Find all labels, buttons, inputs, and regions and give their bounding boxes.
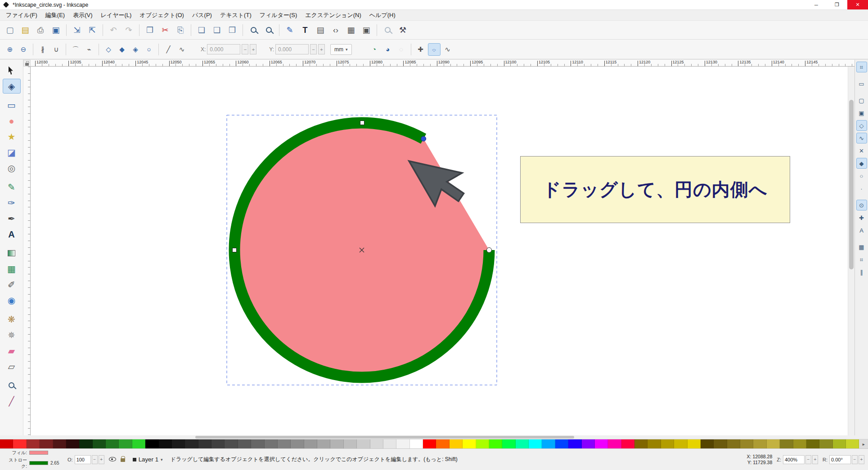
- palette-swatch[interactable]: [106, 439, 119, 448]
- snap-paths[interactable]: ∿: [856, 133, 867, 143]
- palette-swatch[interactable]: [767, 439, 780, 448]
- insert-node[interactable]: ⊕: [4, 43, 16, 56]
- palette-swatch[interactable]: [688, 439, 701, 448]
- arc-start-handle[interactable]: [421, 136, 426, 141]
- layer-visibility-toggle[interactable]: [109, 456, 116, 463]
- zoom-to-drawing[interactable]: [261, 23, 276, 37]
- palette-swatch[interactable]: [740, 439, 753, 448]
- horizontal-scrollbar-thumb[interactable]: [195, 436, 574, 439]
- x-increase-button[interactable]: +: [250, 44, 256, 54]
- palette-swatch[interactable]: [634, 439, 648, 448]
- palette-swatch[interactable]: [225, 439, 238, 448]
- menu-item[interactable]: エクステンション(N): [301, 10, 365, 21]
- redo[interactable]: ↷: [121, 23, 136, 37]
- palette-swatch[interactable]: [383, 439, 396, 448]
- palette-swatch[interactable]: [542, 439, 555, 448]
- rotation-input[interactable]: [829, 455, 851, 464]
- box3d-tool[interactable]: ◪: [3, 145, 21, 160]
- opacity-decrease-button[interactable]: −: [92, 455, 98, 464]
- stroke-swatch[interactable]: [29, 461, 48, 465]
- menu-item[interactable]: ファイル(F): [2, 10, 41, 21]
- object-properties-dialog[interactable]: ▣: [359, 23, 373, 37]
- ruler-lock[interactable]: [23, 60, 31, 67]
- show-outline[interactable]: ◌: [395, 43, 408, 56]
- opacity-input[interactable]: [75, 455, 91, 464]
- palette-swatch[interactable]: [27, 439, 40, 448]
- palette-swatch[interactable]: [806, 439, 819, 448]
- palette-swatch[interactable]: [476, 439, 489, 448]
- snap-bbox-edges[interactable]: ▢: [856, 95, 867, 106]
- eraser-tool[interactable]: ▰: [3, 343, 21, 358]
- vertical-scrollbar-thumb[interactable]: [849, 100, 854, 269]
- edit-clipping-path[interactable]: ◔: [368, 43, 381, 56]
- palette-swatch[interactable]: [608, 439, 621, 448]
- measure-tool[interactable]: ╱: [3, 394, 21, 408]
- zoom-tool[interactable]: [3, 378, 21, 393]
- palette-swatch[interactable]: [278, 439, 291, 448]
- layers-dialog[interactable]: ▤: [313, 23, 328, 37]
- close-button[interactable]: ✕: [847, 0, 868, 9]
- palette-swatch[interactable]: [701, 439, 714, 448]
- paste[interactable]: ⎘: [173, 23, 188, 37]
- node-symmetric[interactable]: ◈: [129, 43, 142, 56]
- palette-swatch[interactable]: [145, 439, 158, 448]
- palette-swatch[interactable]: [436, 439, 449, 448]
- canvas[interactable]: ドラッグして、円の内側へ: [31, 67, 848, 435]
- snap-nodes[interactable]: ◇: [856, 120, 867, 131]
- palette-swatch[interactable]: [568, 439, 581, 448]
- dropper-tool[interactable]: ✐: [3, 277, 21, 292]
- rectangle-tool[interactable]: ▭: [3, 98, 21, 112]
- paint-bucket-tool[interactable]: ◉: [3, 293, 21, 308]
- palette-swatch[interactable]: [304, 439, 317, 448]
- print-document[interactable]: ⎙: [33, 23, 48, 37]
- snap-midpoints[interactable]: ·: [856, 183, 867, 194]
- palette-swatch[interactable]: [265, 439, 278, 448]
- horizontal-scrollbar[interactable]: [31, 435, 855, 439]
- spray-tool[interactable]: ✵: [3, 327, 21, 342]
- snap-text-baselines[interactable]: A: [856, 225, 867, 236]
- segment-line[interactable]: ╱: [162, 43, 175, 56]
- find[interactable]: [380, 23, 395, 37]
- minimize-button[interactable]: ─: [806, 0, 827, 9]
- palette-swatch[interactable]: [661, 439, 674, 448]
- palette-swatch[interactable]: [595, 439, 608, 448]
- copy[interactable]: ❐: [143, 23, 157, 37]
- palette-swatch[interactable]: [714, 439, 727, 448]
- vertical-scrollbar[interactable]: [848, 67, 855, 435]
- palette-swatch[interactable]: [833, 439, 846, 448]
- horizontal-ruler[interactable]: 1203012035120401204512050120551206012065…: [31, 60, 855, 67]
- palette-swatch[interactable]: [489, 439, 502, 448]
- palette-swatch[interactable]: [727, 439, 740, 448]
- palette-swatch[interactable]: [238, 439, 251, 448]
- pencil-tool[interactable]: ✎: [3, 179, 21, 194]
- palette-swatch[interactable]: [119, 439, 132, 448]
- menu-item[interactable]: 編集(E): [41, 10, 69, 21]
- palette-swatch[interactable]: [410, 439, 423, 448]
- node-smooth[interactable]: ◆: [116, 43, 128, 56]
- edit-mask[interactable]: ◕: [382, 43, 394, 56]
- palette-swatch[interactable]: [317, 439, 330, 448]
- menu-item[interactable]: フィルター(S): [256, 10, 301, 21]
- palette-swatch[interactable]: [93, 439, 106, 448]
- palette-swatch[interactable]: [621, 439, 634, 448]
- palette-swatch[interactable]: [370, 439, 383, 448]
- import-document[interactable]: ⇲: [70, 23, 84, 37]
- spiral-tool[interactable]: ◎: [3, 161, 21, 175]
- palette-swatch[interactable]: [344, 439, 357, 448]
- ry-handle[interactable]: [360, 121, 364, 125]
- segment-curve[interactable]: ∿: [175, 43, 188, 56]
- y-decrease-button[interactable]: −: [310, 44, 317, 54]
- undo[interactable]: ↶: [106, 23, 121, 37]
- palette-swatch[interactable]: [79, 439, 92, 448]
- maximize-button[interactable]: ❐: [827, 0, 847, 9]
- rotation-decrease-button[interactable]: −: [852, 455, 858, 464]
- unlink-clone[interactable]: ❒: [225, 23, 239, 37]
- drawing-area[interactable]: [31, 67, 848, 435]
- snap-cusp-nodes[interactable]: ◆: [856, 158, 867, 169]
- palette-swatch[interactable]: [357, 439, 370, 448]
- align-distribute-dialog[interactable]: ▦: [344, 23, 358, 37]
- x-decrease-button[interactable]: −: [242, 44, 248, 54]
- palette-swatch[interactable]: [753, 439, 766, 448]
- tweak-tool[interactable]: ❋: [3, 312, 21, 327]
- palette-swatch[interactable]: [819, 439, 832, 448]
